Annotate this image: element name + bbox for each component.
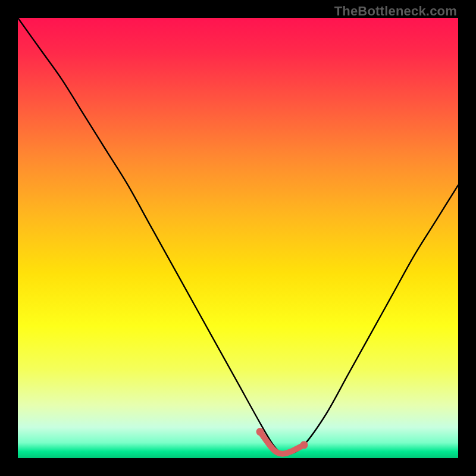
highlight-dot <box>300 441 308 449</box>
bottleneck-curve <box>18 18 458 455</box>
plot-area <box>18 18 458 458</box>
watermark-text: TheBottleneck.com <box>334 4 457 19</box>
chart-svg <box>18 18 458 458</box>
chart-container: TheBottleneck.com <box>0 0 476 476</box>
bottleneck-curve-thin <box>18 18 458 455</box>
highlight-dot <box>256 428 264 436</box>
